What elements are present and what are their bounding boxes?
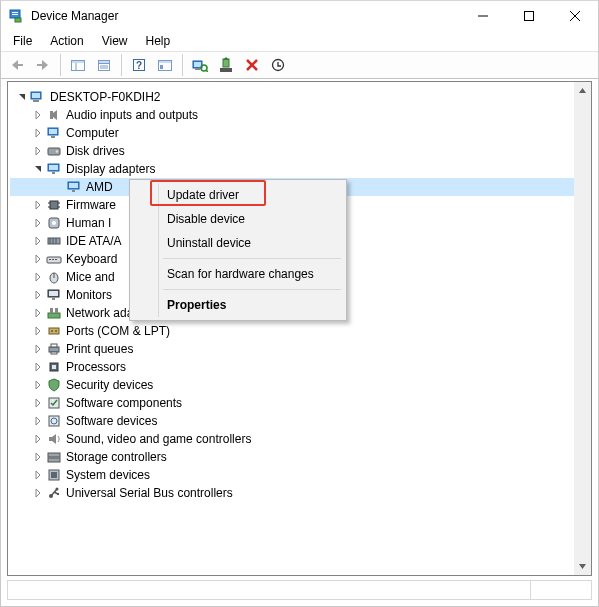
tree-node[interactable]: Audio inputs and outputs: [10, 106, 589, 124]
svg-point-71: [51, 330, 53, 332]
tree-node-label: Software components: [66, 394, 182, 412]
chip-icon: [46, 197, 62, 213]
expand-icon[interactable]: [30, 254, 46, 264]
svg-rect-2: [12, 14, 18, 15]
svg-rect-20: [159, 61, 171, 63]
monitor-icon: [46, 287, 62, 303]
back-button[interactable]: [5, 54, 29, 76]
collapse-icon[interactable]: [30, 164, 46, 174]
toolbar-separator: [182, 54, 183, 76]
show-hide-tree-button[interactable]: [66, 54, 90, 76]
svg-rect-75: [51, 352, 57, 354]
expand-icon[interactable]: [30, 272, 46, 282]
tree-node[interactable]: Software components: [10, 394, 589, 412]
svg-rect-66: [52, 298, 55, 300]
svg-rect-47: [50, 201, 58, 209]
tree-node[interactable]: Universal Serial Bus controllers: [10, 484, 589, 502]
expand-icon[interactable]: [30, 434, 46, 444]
context-menu-gutter: [158, 183, 159, 317]
scroll-down-button[interactable]: [574, 558, 591, 575]
expand-icon[interactable]: [30, 470, 46, 480]
tree-node[interactable]: Security devices: [10, 376, 589, 394]
properties-button[interactable]: [92, 54, 116, 76]
tree-root[interactable]: DESKTOP-F0KDIH2: [10, 88, 589, 106]
tree-node[interactable]: Print queues: [10, 340, 589, 358]
tree-node[interactable]: Display adapters: [10, 160, 589, 178]
context-menu-separator: [163, 258, 341, 259]
tree-node[interactable]: Sound, video and game controllers: [10, 430, 589, 448]
display-icon: [66, 179, 82, 195]
menu-file[interactable]: File: [5, 32, 40, 50]
tree-node-label: Storage controllers: [66, 448, 167, 466]
keyboard-icon: [46, 251, 62, 267]
ctx-disable-device[interactable]: Disable device: [133, 207, 343, 231]
help-button[interactable]: ?: [127, 54, 151, 76]
tree-node-label: Software devices: [66, 412, 157, 430]
mouse-icon: [46, 269, 62, 285]
disable-button[interactable]: [266, 54, 290, 76]
expand-icon[interactable]: [30, 362, 46, 372]
expand-icon[interactable]: [30, 200, 46, 210]
expand-icon[interactable]: [30, 398, 46, 408]
svg-point-40: [56, 150, 58, 152]
uninstall-button[interactable]: [240, 54, 264, 76]
usb-icon: [46, 485, 62, 501]
menu-help[interactable]: Help: [138, 32, 179, 50]
expand-icon[interactable]: [30, 146, 46, 156]
tree-node[interactable]: Processors: [10, 358, 589, 376]
svg-rect-74: [51, 344, 57, 347]
expand-icon[interactable]: [30, 488, 46, 498]
svg-rect-68: [50, 308, 53, 313]
hid-icon: [46, 215, 62, 231]
vertical-scrollbar[interactable]: [574, 82, 591, 575]
svg-rect-37: [49, 129, 57, 134]
svg-rect-35: [50, 111, 53, 119]
svg-rect-28: [220, 68, 232, 72]
tree-node[interactable]: Disk drives: [10, 142, 589, 160]
expand-icon[interactable]: [30, 380, 46, 390]
svg-rect-45: [69, 183, 78, 188]
computer-icon: [46, 125, 62, 141]
expand-icon[interactable]: [30, 416, 46, 426]
svg-rect-33: [32, 93, 40, 98]
expand-icon[interactable]: [30, 110, 46, 120]
svg-rect-42: [49, 165, 58, 170]
svg-rect-39: [48, 148, 60, 155]
ctx-update-driver[interactable]: Update driver: [133, 183, 343, 207]
tree-node[interactable]: Computer: [10, 124, 589, 142]
svg-rect-82: [48, 458, 60, 462]
scan-hardware-button[interactable]: [188, 54, 212, 76]
collapse-icon[interactable]: [14, 92, 30, 102]
expand-icon[interactable]: [30, 236, 46, 246]
status-cell: [531, 581, 591, 599]
maximize-button[interactable]: [506, 1, 552, 31]
svg-rect-59: [49, 259, 51, 260]
tree-node[interactable]: System devices: [10, 466, 589, 484]
update-driver-button[interactable]: [214, 54, 238, 76]
tree-node-label: Print queues: [66, 340, 133, 358]
expand-icon[interactable]: [30, 344, 46, 354]
tree-node[interactable]: Ports (COM & LPT): [10, 322, 589, 340]
computer-icon: [30, 89, 46, 105]
menu-action[interactable]: Action: [42, 32, 91, 50]
tree-node[interactable]: Storage controllers: [10, 448, 589, 466]
expand-icon[interactable]: [30, 218, 46, 228]
minimize-button[interactable]: [460, 1, 506, 31]
expand-icon[interactable]: [30, 290, 46, 300]
expand-icon[interactable]: [30, 452, 46, 462]
tree-node[interactable]: Software devices: [10, 412, 589, 430]
tree-root-label: DESKTOP-F0KDIH2: [50, 88, 160, 106]
close-button[interactable]: [552, 1, 598, 31]
action-button[interactable]: [153, 54, 177, 76]
expand-icon[interactable]: [30, 326, 46, 336]
svg-rect-43: [52, 172, 55, 174]
expand-icon[interactable]: [30, 128, 46, 138]
ctx-uninstall-device[interactable]: Uninstall device: [133, 231, 343, 255]
ctx-scan-for-hardware-changes[interactable]: Scan for hardware changes: [133, 262, 343, 286]
expand-icon[interactable]: [30, 308, 46, 318]
menu-view[interactable]: View: [94, 32, 136, 50]
svg-rect-1: [12, 12, 18, 13]
ctx-properties[interactable]: Properties: [133, 293, 343, 317]
forward-button[interactable]: [31, 54, 55, 76]
scroll-up-button[interactable]: [574, 82, 591, 99]
